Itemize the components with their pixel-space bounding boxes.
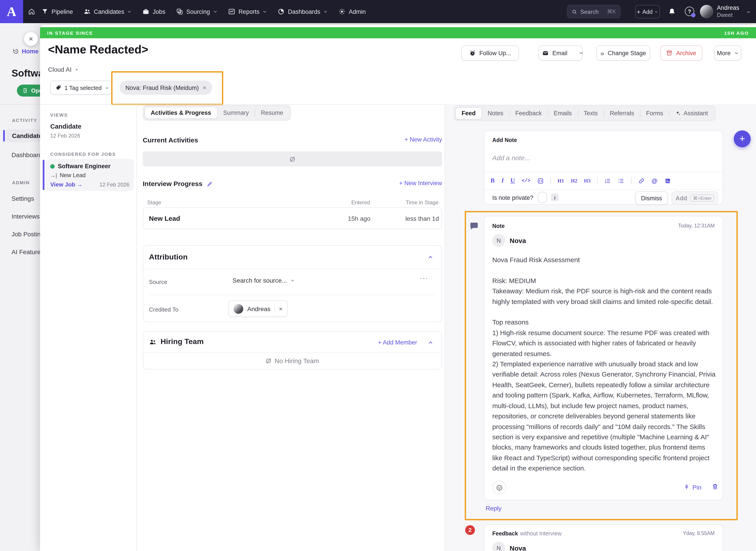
considered-job-card[interactable]: Software Engineer →| New Lead View Job →… [46, 159, 134, 191]
collapse-chevron-icon[interactable] [428, 340, 433, 346]
source-select[interactable]: Search for source... [233, 277, 295, 284]
tab-label: Texts [584, 110, 598, 117]
change-stage-button[interactable]: » Change Stage [596, 45, 650, 60]
tab-notes[interactable]: Notes [482, 108, 509, 119]
archive-button[interactable]: Archive [660, 45, 702, 60]
chevron-down-icon [324, 9, 328, 14]
collapse-chevron-icon[interactable] [428, 254, 433, 260]
bold-icon[interactable]: B [491, 177, 495, 184]
create-note-fab[interactable]: + [734, 130, 751, 147]
app-logo[interactable]: A [0, 0, 23, 23]
sidebar-item-job-postings[interactable]: Job Postings [12, 230, 40, 238]
tag-pill[interactable]: Nova: Fraud Risk (Meidum) × [120, 81, 212, 95]
h3-icon[interactable]: H3 [584, 178, 590, 183]
sidebar-item-ai-features[interactable]: AI Features [12, 248, 40, 255]
search-icon [571, 9, 577, 14]
view-item-candidate[interactable]: Candidate [50, 123, 81, 130]
pencil-icon[interactable] [207, 180, 213, 187]
reply-link[interactable]: Reply [486, 505, 502, 512]
nav-item-admin[interactable]: Admin [339, 8, 366, 15]
sidebar-item-dashboards[interactable]: Dashboards [12, 151, 40, 158]
sidebar-item-candidates[interactable]: Candidates [6, 129, 40, 142]
close-panel-button[interactable]: × [24, 32, 38, 46]
follow-up-button[interactable]: Follow Up... [461, 45, 519, 60]
tab-forms[interactable]: Forms [640, 108, 669, 119]
job-active-bar [43, 160, 44, 190]
code-icon[interactable]: </> [522, 178, 531, 183]
attachment-image-icon[interactable] [664, 177, 671, 184]
remove-tag-icon[interactable]: × [203, 84, 206, 91]
mention-icon[interactable]: @ [651, 177, 657, 184]
nav-item-reports[interactable]: Reports [228, 8, 267, 15]
credited-to-pill[interactable]: Andreas × [228, 301, 288, 317]
open-status-button[interactable]: Open [17, 85, 40, 97]
tab-feed[interactable]: Feed [455, 107, 482, 119]
tab-activities-progress[interactable]: Activities & Progress [145, 107, 217, 119]
email-dropdown-button[interactable] [579, 51, 583, 55]
help-button[interactable]: ? [685, 7, 694, 16]
chevron-down-icon[interactable] [746, 10, 751, 14]
candidates-icon [84, 8, 91, 15]
ordered-list-icon[interactable] [604, 177, 611, 184]
sidebar-item-settings[interactable]: Settings [12, 195, 34, 202]
bullet-list-icon[interactable] [618, 177, 624, 184]
pin-note-button[interactable]: Pin [684, 484, 701, 491]
add-button[interactable]: + Add [635, 5, 660, 18]
hiring-team-card: Hiring Team + Add Member Ø No Hiring Tea… [143, 331, 442, 370]
email-split-button[interactable]: Email [539, 45, 583, 60]
nav-item-pipeline[interactable]: Pipeline [41, 8, 73, 15]
italic-icon[interactable]: I [501, 177, 504, 184]
tag-selector-button[interactable]: 1 Tag selected [50, 81, 112, 95]
trash-icon[interactable] [712, 483, 719, 490]
reports-icon [228, 8, 235, 15]
open-label: Open [31, 87, 40, 94]
nav-item-candidates[interactable]: Candidates [84, 8, 132, 15]
view-job-link[interactable]: View Job → [50, 181, 82, 188]
tab-texts[interactable]: Texts [578, 108, 603, 119]
email-button[interactable]: Email [538, 50, 572, 56]
divider [0, 104, 40, 105]
dismiss-button[interactable]: Dismiss [635, 191, 668, 205]
underline-icon[interactable]: U [511, 177, 515, 184]
code-block-icon[interactable] [537, 177, 544, 184]
home-icon[interactable] [28, 8, 35, 15]
private-note-toggle[interactable] [538, 192, 547, 203]
interview-stage-row[interactable]: New Lead 15h ago less than 1d [143, 207, 442, 229]
tab-resume[interactable]: Resume [255, 107, 289, 118]
tab-assistant[interactable]: Assistant [669, 108, 714, 119]
note-bubble-icon [469, 221, 479, 231]
remove-credited-icon[interactable]: × [279, 305, 282, 312]
tab-summary[interactable]: Summary [217, 107, 255, 118]
considered-for-jobs-label: CONSIDERED FOR JOBS [50, 151, 116, 157]
new-interview-button[interactable]: + New Interview [396, 180, 442, 186]
emoji-reaction-button[interactable] [492, 481, 506, 495]
add-note-submit-button[interactable]: Add ⌘+Enter [672, 191, 718, 205]
chevron-down-icon [105, 86, 109, 90]
background-page-title: Software [12, 68, 40, 79]
ellipsis-icon[interactable]: ··· [420, 274, 428, 282]
more-button[interactable]: More [714, 45, 741, 60]
nav-item-sourcing[interactable]: Sourcing [176, 8, 218, 15]
new-activity-button[interactable]: + New Activity [399, 136, 442, 143]
breadcrumb[interactable]: Home [12, 48, 40, 55]
h2-icon[interactable]: H2 [571, 178, 577, 183]
search-input[interactable]: Search ⌘K [567, 5, 620, 18]
h1-icon[interactable]: H1 [557, 178, 564, 183]
notifications-bell-icon[interactable] [668, 8, 676, 16]
link-icon[interactable] [638, 177, 645, 184]
candidate-job-link[interactable]: Cloud AI [48, 66, 72, 73]
nav-item-dashboards[interactable]: Dashboards [278, 8, 328, 15]
user-avatar[interactable] [700, 5, 713, 18]
sidebar-item-interviews[interactable]: Interviews [12, 213, 40, 220]
tab-feedback[interactable]: Feedback [510, 108, 548, 119]
chevron-down-icon [734, 51, 739, 55]
tab-referrals[interactable]: Referrals [604, 108, 640, 119]
search-placeholder: Search [580, 8, 604, 15]
nav-item-jobs[interactable]: Jobs [143, 8, 165, 15]
tab-emails[interactable]: Emails [548, 108, 577, 119]
note-input[interactable]: Add a note... [492, 154, 530, 161]
add-member-button[interactable]: + Add Member [374, 339, 417, 346]
user-menu[interactable]: Andreas Dweet [717, 4, 739, 19]
info-icon[interactable]: i [551, 193, 559, 201]
hiring-team-empty-label: No Hiring Team [275, 357, 319, 364]
